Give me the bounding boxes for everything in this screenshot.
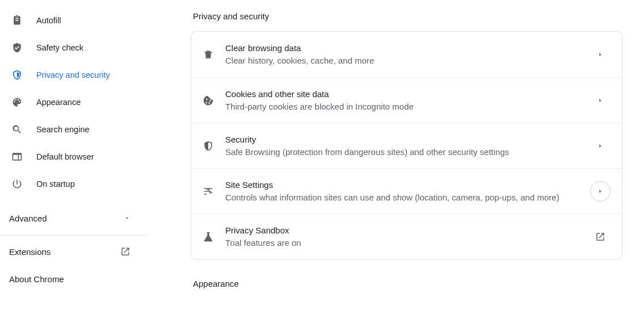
row-security[interactable]: Security Safe Browsing (protection from … — [191, 123, 622, 168]
sidebar-item-label: On startup — [36, 179, 75, 189]
sidebar-advanced-toggle[interactable]: Advanced — [0, 204, 146, 232]
sliders-icon — [203, 186, 214, 197]
shield-icon — [11, 69, 23, 81]
search-icon — [11, 124, 23, 135]
palette-icon — [11, 97, 23, 108]
row-title: Cookies and other site data — [225, 88, 590, 101]
flask-icon — [203, 231, 214, 242]
section-title-appearance: Appearance — [191, 260, 622, 299]
sidebar-advanced-label: Advanced — [9, 214, 47, 223]
section-title-privacy: Privacy and security — [191, 0, 622, 31]
row-subtitle: Trial features are on — [225, 237, 590, 249]
row-title: Privacy Sandbox — [225, 224, 590, 237]
row-clear-browsing-data[interactable]: Clear browsing data Clear history, cooki… — [191, 32, 622, 77]
open-external-icon — [590, 227, 611, 247]
power-icon — [11, 178, 23, 190]
trash-icon — [203, 49, 214, 60]
chevron-right-icon — [590, 181, 611, 202]
row-title: Site Settings — [225, 179, 590, 191]
sidebar-extensions-label: Extensions — [9, 247, 50, 257]
sidebar-item-label: Autofill — [36, 16, 61, 25]
row-title: Security — [225, 133, 590, 146]
sidebar-item-about-chrome[interactable]: About Chrome — [0, 265, 146, 292]
sidebar-item-appearance[interactable]: Appearance — [0, 91, 146, 114]
sidebar-item-label: Safety check — [36, 43, 83, 52]
shield-icon — [203, 140, 214, 152]
row-subtitle: Controls what information sites can use … — [225, 191, 590, 204]
sidebar-item-privacy-security[interactable]: Privacy and security — [0, 64, 146, 86]
row-site-settings[interactable]: Site Settings Controls what information … — [191, 168, 622, 214]
row-subtitle: Safe Browsing (protection from dangerous… — [225, 146, 590, 158]
chevron-right-icon — [590, 136, 611, 156]
row-subtitle: Clear history, cookies, cache, and more — [225, 55, 590, 67]
shield-check-icon — [11, 42, 23, 53]
clipboard-icon — [11, 15, 23, 26]
row-subtitle: Third-party cookies are blocked in Incog… — [225, 101, 590, 113]
sidebar-item-label: Default browser — [36, 152, 94, 161]
sidebar-item-search-engine[interactable]: Search engine — [0, 118, 146, 141]
open-external-icon — [120, 246, 131, 257]
sidebar-item-label: Search engine — [36, 125, 90, 134]
sidebar-item-autofill[interactable]: Autofill — [0, 9, 146, 32]
row-cookies[interactable]: Cookies and other site data Third-party … — [191, 77, 622, 123]
sidebar-divider — [0, 235, 146, 236]
sidebar-item-extensions[interactable]: Extensions — [0, 238, 146, 265]
sidebar: Autofill Safety check Privacy and securi… — [0, 0, 146, 318]
sidebar-item-label: Privacy and security — [36, 70, 110, 80]
row-title: Clear browsing data — [225, 42, 590, 55]
cookie-icon — [203, 95, 214, 106]
sidebar-item-default-browser[interactable]: Default browser — [0, 145, 146, 168]
chevron-right-icon — [590, 90, 611, 111]
sidebar-about-label: About Chrome — [9, 274, 64, 284]
chevron-right-icon — [590, 44, 611, 65]
sidebar-item-safety-check[interactable]: Safety check — [0, 36, 146, 59]
privacy-card: Clear browsing data Clear history, cooki… — [191, 31, 622, 260]
sidebar-item-label: Appearance — [36, 98, 81, 107]
caret-down-icon — [124, 215, 131, 221]
row-privacy-sandbox[interactable]: Privacy Sandbox Trial features are on — [191, 214, 622, 259]
sidebar-item-on-startup[interactable]: On startup — [0, 173, 146, 195]
browser-window-icon — [11, 151, 23, 162]
main-content: Privacy and security Clear browsing data… — [146, 0, 644, 318]
